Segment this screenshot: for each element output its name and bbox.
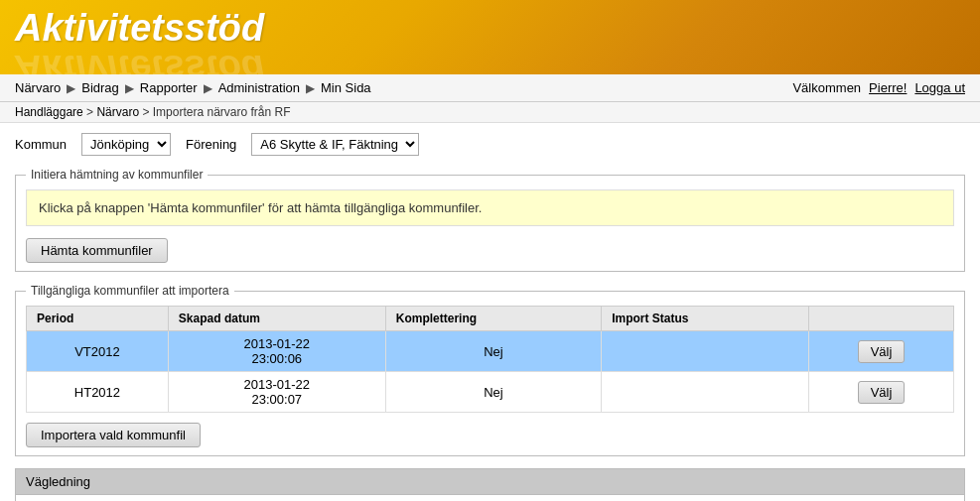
cell-skapad-datum: 2013-01-2223:00:07	[168, 372, 385, 413]
initiate-info-box: Klicka på knappen 'Hämta kommunfiler' fö…	[26, 189, 954, 226]
cell-import-status	[602, 372, 809, 413]
table-row: HT2012 2013-01-2223:00:07 Nej Välj	[27, 372, 954, 413]
main-content: Kommun Jönköping Förening A6 Skytte & IF…	[0, 123, 980, 501]
initiate-info-text: Klicka på knappen 'Hämta kommunfiler' fö…	[39, 200, 482, 215]
breadcrumb-current: Importera närvaro från RF	[153, 105, 291, 119]
col-skapad-datum: Skapad datum	[168, 307, 385, 331]
nav-right: Välkommen Pierre! Logga ut	[792, 80, 965, 95]
cell-period: HT2012	[27, 372, 169, 413]
table-fieldset: Tillgängliga kommunfiler att importera P…	[15, 284, 965, 456]
username-link[interactable]: Pierre!	[869, 80, 907, 95]
vagledning-content: Procent färdigt	[15, 495, 965, 501]
col-import-status: Import Status	[602, 307, 809, 331]
cell-action: Välj	[809, 372, 954, 413]
valj-button-1[interactable]: Välj	[858, 340, 906, 363]
forening-select[interactable]: A6 Skytte & IF, Fäktning	[251, 133, 419, 156]
importera-button[interactable]: Importera vald kommunfil	[26, 423, 201, 447]
vagledning-section: Vägledning Procent färdigt	[15, 468, 965, 501]
vagledning-header: Vägledning	[15, 468, 965, 495]
nav-sep-3: ▶	[204, 81, 212, 95]
nav-item-rapporter[interactable]: Rapporter	[140, 80, 198, 95]
logout-link[interactable]: Logga ut	[914, 80, 965, 95]
initiate-fieldset: Initiera hämtning av kommunfiler Klicka …	[15, 168, 965, 272]
cell-action: Välj	[809, 331, 954, 372]
cell-period: VT2012	[27, 331, 169, 372]
forening-label: Förening	[186, 137, 236, 152]
nav-sep-1: ▶	[67, 81, 75, 95]
nav-item-administration[interactable]: Administration	[218, 80, 300, 95]
kommunfiler-table: Period Skapad datum Komplettering Import…	[26, 306, 954, 413]
cell-komplettering: Nej	[385, 331, 601, 372]
col-period: Period	[27, 307, 169, 331]
breadcrumb-narvaro[interactable]: Närvaro	[96, 105, 139, 119]
nav-sep-4: ▶	[306, 81, 315, 95]
filter-row: Kommun Jönköping Förening A6 Skytte & IF…	[15, 133, 965, 156]
navbar: Närvaro ▶ Bidrag ▶ Rapporter ▶ Administr…	[0, 74, 980, 102]
breadcrumb-handlaggare[interactable]: Handläggare	[15, 105, 83, 119]
kommun-label: Kommun	[15, 137, 67, 152]
nav-item-bidrag[interactable]: Bidrag	[81, 80, 119, 95]
kommun-select[interactable]: Jönköping	[81, 133, 171, 156]
col-komplettering: Komplettering	[385, 307, 601, 331]
nav-links: Närvaro ▶ Bidrag ▶ Rapporter ▶ Administr…	[15, 80, 371, 95]
table-legend: Tillgängliga kommunfiler att importera	[26, 284, 234, 298]
nav-item-narvaro[interactable]: Närvaro	[15, 80, 61, 95]
initiate-legend: Initiera hämtning av kommunfiler	[26, 168, 208, 182]
welcome-text: Välkommen	[792, 80, 861, 95]
valj-button-2[interactable]: Välj	[858, 381, 906, 404]
nav-item-minsida[interactable]: Min Sida	[321, 80, 371, 95]
nav-sep-2: ▶	[125, 81, 134, 95]
cell-skapad-datum: 2013-01-2223:00:06	[168, 331, 385, 372]
col-action	[809, 307, 954, 331]
hamta-kommunfiler-button[interactable]: Hämta kommunfiler	[26, 238, 168, 263]
breadcrumb: Handläggare > Närvaro > Importera närvar…	[0, 102, 980, 123]
table-row: VT2012 2013-01-2223:00:06 Nej Välj	[27, 331, 954, 372]
cell-komplettering: Nej	[385, 372, 601, 413]
app-header: Aktivitetsstöd Aktivitetsstöd	[0, 0, 980, 74]
app-title: Aktivitetsstöd	[15, 8, 965, 50]
app-title-reflection: Aktivitetsstöd	[15, 50, 965, 74]
cell-import-status	[602, 331, 809, 372]
